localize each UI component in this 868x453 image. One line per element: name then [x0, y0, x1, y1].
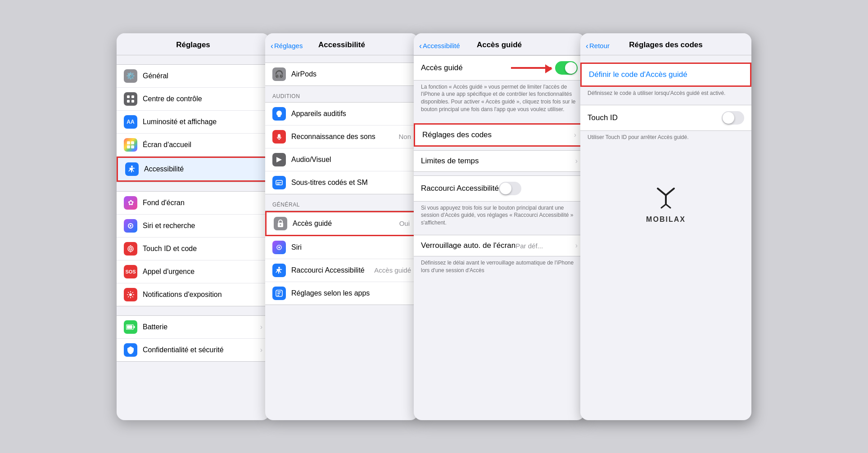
- define-code-text: Définir le code d'Accès guidé: [589, 70, 687, 79]
- define-code-row[interactable]: Définir le code d'Accès guidé: [580, 63, 751, 87]
- screen3-title: Accès guidé: [477, 40, 522, 49]
- raccourci-acc-label: Raccourci Accessibilité: [421, 184, 499, 193]
- svg-point-16: [129, 293, 132, 296]
- svg-point-36: [278, 247, 280, 248]
- airpods-item[interactable]: 🎧 AirPods: [265, 63, 418, 85]
- svg-line-23: [132, 292, 133, 293]
- screen2-title: Accessibilité: [318, 40, 365, 49]
- general-icon: ⚙️: [124, 69, 137, 83]
- svg-line-21: [128, 292, 129, 293]
- general-section: GÉNÉRAL Accès guidé Oui: [265, 194, 418, 305]
- guided-toggle-label: Accès guidé: [421, 63, 497, 72]
- svg-rect-7: [131, 145, 134, 148]
- appareils-icon: [272, 107, 286, 121]
- settings-item-touchid[interactable]: Touch ID et code: [117, 238, 270, 260]
- batterie-label: Batterie: [143, 323, 255, 331]
- back-button-accessibilite[interactable]: ‹ Accessibilité: [419, 42, 460, 50]
- siri-item-label: Siri: [291, 243, 411, 251]
- svg-point-34: [280, 224, 281, 225]
- audition-group: Appareils auditifs Reconnaissance des so…: [265, 102, 418, 194]
- audition-header: AUDITION: [265, 86, 418, 102]
- soustitres-icon: [272, 176, 286, 189]
- svg-point-8: [131, 166, 133, 167]
- svg-rect-40: [277, 293, 280, 294]
- mobilax-text: MOBILAX: [646, 215, 686, 224]
- back-button-reglages[interactable]: ‹ Réglages: [271, 42, 303, 50]
- touchid-toggle[interactable]: [722, 111, 744, 125]
- nav-bar-reglages: Réglages: [117, 33, 270, 55]
- reglages-codes-chevron: ›: [574, 131, 576, 139]
- siri-item[interactable]: Siri: [265, 236, 418, 259]
- reconnaissance-item[interactable]: Reconnaissance des sons Non: [265, 126, 418, 148]
- fond-label: Fond d'écran: [143, 199, 262, 207]
- touchid-label-text: Touch ID: [588, 113, 722, 122]
- fond-icon: ✿: [124, 196, 137, 210]
- svg-rect-41: [277, 295, 279, 296]
- limites-temps-chevron: ›: [575, 157, 578, 165]
- svg-rect-27: [134, 326, 135, 328]
- svg-rect-1: [131, 95, 134, 98]
- reglages-apps-item[interactable]: Réglages selon les apps: [265, 282, 418, 305]
- mobilax-icon: [652, 182, 679, 212]
- raccourci-icon: [272, 264, 286, 277]
- touchid-icon: [124, 242, 137, 256]
- settings-item-ecran[interactable]: Écran d'accueil: [117, 134, 270, 157]
- settings-item-general[interactable]: ⚙️ Général: [117, 65, 270, 88]
- appareils-label: Appareils auditifs: [291, 110, 411, 118]
- touchid-section: Touch ID Utiliser Touch ID pour arrêter …: [580, 105, 751, 146]
- raccourci-value: Accès guidé: [374, 266, 411, 274]
- svg-rect-0: [127, 95, 130, 98]
- appareils-item[interactable]: Appareils auditifs: [265, 103, 418, 126]
- general-header: GÉNÉRAL: [265, 194, 418, 211]
- back-label-3: Retour: [589, 42, 610, 49]
- verrouillage-chevron: ›: [575, 242, 578, 250]
- verrouillage-item[interactable]: Verrouillage auto. de l'écran Par déf...…: [414, 235, 585, 256]
- svg-point-13: [130, 248, 131, 249]
- raccourci-toggle[interactable]: [499, 182, 521, 195]
- acces-guide-toggle[interactable]: [555, 61, 578, 75]
- svg-rect-4: [127, 141, 130, 144]
- acces-guide-value: Oui: [399, 220, 410, 227]
- settings-group-2: ✿ Fond d'écran Siri et recherche: [117, 191, 270, 306]
- arrow-toggle-wrapper: [502, 61, 578, 75]
- svg-line-44: [666, 188, 674, 195]
- settings-item-batterie[interactable]: Batterie ›: [117, 316, 270, 339]
- reglages-codes-item[interactable]: Réglages des codes ›: [414, 123, 585, 147]
- settings-item-siri[interactable]: Siri et recherche: [117, 215, 270, 238]
- svg-line-43: [658, 188, 666, 195]
- settings-item-luminosite[interactable]: AA Luminosité et affichage: [117, 111, 270, 134]
- svg-rect-26: [127, 325, 132, 329]
- settings-item-confidentialite[interactable]: Confidentialité et sécurité ›: [117, 339, 270, 361]
- settings-item-centre[interactable]: Centre de contrôle: [117, 88, 270, 111]
- nav-bar-accessibilite: ‹ Réglages Accessibilité: [265, 33, 418, 55]
- raccourci-label: Raccourci Accessibilité: [291, 266, 369, 274]
- confidentialite-icon: [124, 343, 137, 357]
- reconnaissance-label: Reconnaissance des sons: [291, 133, 393, 141]
- settings-item-fond[interactable]: ✿ Fond d'écran: [117, 192, 270, 215]
- limites-temps-item[interactable]: Limites de temps ›: [414, 150, 585, 172]
- confidentialite-label: Confidentialité et sécurité: [143, 346, 255, 354]
- settings-item-sos[interactable]: SOS Appel d'urgence: [117, 260, 270, 283]
- settings-item-accessibilite[interactable]: Accessibilité: [117, 157, 270, 182]
- exposition-label: Notifications d'exposition: [143, 291, 262, 299]
- sos-icon: SOS: [124, 265, 137, 278]
- acces-guide-item[interactable]: Accès guidé Oui: [265, 211, 418, 236]
- raccourci-item[interactable]: Raccourci Accessibilité Accès guidé: [265, 259, 418, 282]
- raccourci-acc-section: Raccourci Accessibilité Si vous appuyez …: [414, 175, 585, 231]
- code-settings-content: Définir le code d'Accès guidé Définissez…: [580, 63, 751, 224]
- back-button-codes[interactable]: ‹ Retour: [586, 42, 610, 50]
- guided-header-section: Accès guidé: [414, 55, 585, 81]
- general-label: Général: [143, 72, 262, 80]
- siri-icon: [124, 219, 137, 233]
- nav-bar-acces-guide: ‹ Accessibilité Accès guidé: [414, 33, 585, 55]
- reglages-apps-label: Réglages selon les apps: [291, 289, 411, 297]
- settings-item-exposition[interactable]: Notifications d'exposition: [117, 283, 270, 306]
- screen-reglages: Réglages ⚙️ Général Centre de co: [117, 33, 270, 420]
- soustitres-item[interactable]: Sous-titres codés et SM: [265, 171, 418, 194]
- back-chevron-2: ‹: [419, 42, 422, 50]
- define-code-desc: Définissez le code à utiliser lorsqu'Acc…: [580, 87, 751, 102]
- touchid-row: Touch ID: [580, 105, 751, 131]
- audiovisuel-item[interactable]: Audio/Visuel: [265, 148, 418, 171]
- reglages-codes-row: Réglages des codes ›: [415, 125, 583, 145]
- batterie-chevron: ›: [260, 323, 262, 331]
